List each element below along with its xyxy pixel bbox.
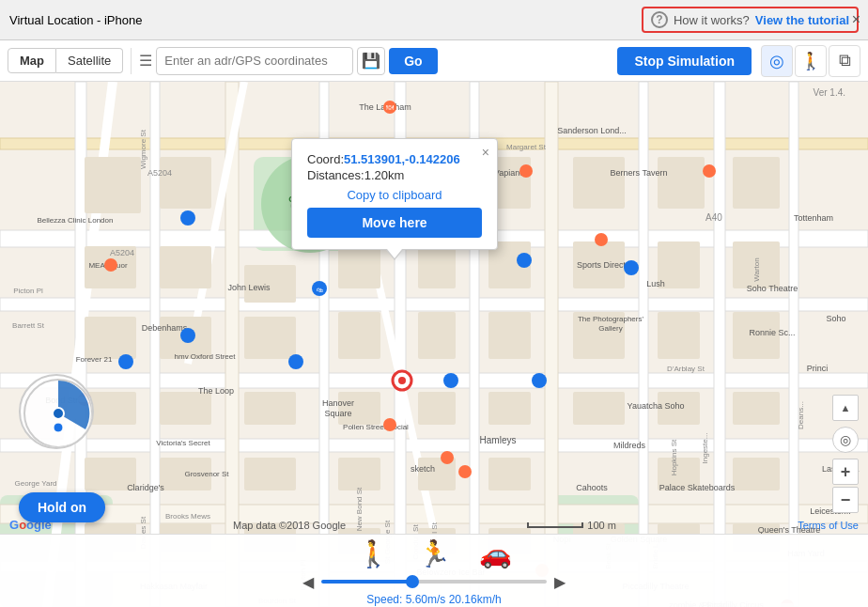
map-controls: ▲ ◎ + − xyxy=(832,395,859,513)
run-mode-icon[interactable]: 🏃 xyxy=(418,538,451,569)
walk-icon-button[interactable]: 🚶 xyxy=(795,45,827,77)
svg-text:🛍: 🛍 xyxy=(317,287,323,293)
coord-label: Coord: xyxy=(307,152,344,166)
svg-text:Barrett St: Barrett St xyxy=(12,321,45,330)
svg-rect-55 xyxy=(488,392,531,425)
svg-point-155 xyxy=(519,164,533,178)
speed-slider[interactable] xyxy=(321,580,547,584)
svg-text:Warton: Warton xyxy=(752,257,761,282)
svg-rect-46 xyxy=(488,312,531,359)
go-button[interactable]: Go xyxy=(389,48,437,74)
zoom-in-button[interactable]: + xyxy=(832,459,859,485)
svg-text:Claridge's: Claridge's xyxy=(127,483,164,492)
svg-text:Sports Direct: Sports Direct xyxy=(577,260,627,270)
svg-text:Palace Skateboards: Palace Skateboards xyxy=(659,483,736,492)
speed-text: Speed: 5.60m/s 20.16km/h xyxy=(366,593,501,606)
svg-point-161 xyxy=(703,164,716,178)
svg-point-157 xyxy=(441,451,454,464)
svg-text:Square: Square xyxy=(324,409,351,418)
svg-rect-48 xyxy=(658,312,700,359)
svg-rect-24 xyxy=(85,157,141,213)
svg-text:🍽: 🍽 xyxy=(386,103,394,112)
coord-input[interactable] xyxy=(156,47,353,75)
popup-close-button[interactable]: × xyxy=(482,145,489,160)
svg-rect-7 xyxy=(0,439,868,452)
svg-rect-18 xyxy=(639,82,648,607)
save-icon-button[interactable]: 💾 xyxy=(357,47,385,75)
svg-point-160 xyxy=(104,258,117,272)
svg-text:Soho: Soho xyxy=(826,314,845,323)
map-container[interactable]: University of Westminster Cavendish Squa… xyxy=(0,82,868,607)
svg-text:Hopkins St: Hopkins St xyxy=(670,439,678,475)
svg-rect-51 xyxy=(160,392,211,425)
gpx-button[interactable]: ▲ xyxy=(832,395,859,421)
svg-rect-64 xyxy=(488,458,531,490)
speed-modes: 🚶 🏃 🚗 xyxy=(357,538,512,569)
svg-text:Ver 1.4.: Ver 1.4. xyxy=(814,87,845,98)
svg-rect-56 xyxy=(573,392,625,425)
svg-text:Ingeste...: Ingeste... xyxy=(701,433,709,464)
svg-text:Princi: Princi xyxy=(807,364,829,373)
satellite-tab[interactable]: Satellite xyxy=(56,48,123,73)
svg-text:George Yard: George Yard xyxy=(14,479,56,488)
svg-point-167 xyxy=(180,328,195,343)
svg-rect-12 xyxy=(150,82,160,607)
list-icon[interactable]: ☰ xyxy=(139,52,152,70)
zoom-out-button[interactable]: − xyxy=(832,487,859,513)
svg-text:Forever 21: Forever 21 xyxy=(76,355,113,364)
svg-text:Wigmore St: Wigmore St xyxy=(139,129,147,169)
popup-coord: Coord:51.513901,-0.142206 xyxy=(307,152,482,166)
location-circle-button[interactable]: ◎ xyxy=(832,427,859,453)
svg-text:Deans...: Deans... xyxy=(797,401,805,429)
svg-rect-17 xyxy=(545,82,558,607)
speed-slider-row: ◀ ▶ xyxy=(302,573,566,591)
speed-bar: 🚶 🏃 🚗 ◀ ▶ Speed: 5.60m/s 20.16km/h xyxy=(0,534,868,607)
copy-to-clipboard-link[interactable]: Copy to clipboard xyxy=(307,188,482,202)
svg-rect-61 xyxy=(244,458,296,490)
svg-text:The Photographers': The Photographers' xyxy=(578,315,643,323)
map-tab[interactable]: Map xyxy=(8,48,56,73)
svg-point-156 xyxy=(383,418,396,431)
svg-rect-43 xyxy=(244,317,296,359)
how-it-works-text: How it works? xyxy=(674,13,750,27)
stop-simulation-button[interactable]: Stop Simulation xyxy=(617,47,752,75)
svg-text:Hamleys: Hamleys xyxy=(480,435,517,445)
speed-increase-button[interactable]: ▶ xyxy=(554,573,566,591)
tutorial-link[interactable]: View the tutorial xyxy=(755,13,849,27)
svg-rect-32 xyxy=(573,157,625,209)
move-here-button[interactable]: Move here xyxy=(307,208,482,238)
speed-decrease-button[interactable]: ◀ xyxy=(302,573,314,591)
drive-mode-icon[interactable]: 🚗 xyxy=(479,538,512,569)
route-icon-button[interactable]: ⧉ xyxy=(829,45,860,77)
svg-text:Grosvenor St: Grosvenor St xyxy=(184,470,229,478)
svg-text:Bellezza Clinic London: Bellezza Clinic London xyxy=(38,216,114,225)
svg-text:Yauatcha Soho: Yauatcha Soho xyxy=(628,401,685,411)
svg-rect-34 xyxy=(733,157,780,209)
svg-text:Gallery: Gallery xyxy=(598,324,622,333)
svg-point-186 xyxy=(54,423,63,432)
svg-text:Mildreds: Mildreds xyxy=(613,441,646,450)
walk-mode-icon[interactable]: 🚶 xyxy=(357,538,390,569)
location-icon-button[interactable]: ◎ xyxy=(761,45,793,77)
svg-text:John Lewis: John Lewis xyxy=(227,283,271,292)
svg-rect-41 xyxy=(85,317,136,359)
compass[interactable] xyxy=(19,374,94,449)
svg-point-169 xyxy=(624,260,639,275)
close-button[interactable]: × xyxy=(852,11,860,28)
svg-rect-66 xyxy=(733,458,780,490)
app-title: Virtual Location - iPhone xyxy=(9,13,142,27)
svg-text:The Loop: The Loop xyxy=(198,386,234,396)
toolbar-divider xyxy=(131,48,132,74)
svg-text:Sanderson Lond...: Sanderson Lond... xyxy=(557,126,627,135)
tutorial-box[interactable]: ? How it works? View the tutorial xyxy=(642,7,859,33)
svg-rect-62 xyxy=(338,458,380,490)
svg-rect-54 xyxy=(418,392,456,425)
svg-text:hmv Oxford Street: hmv Oxford Street xyxy=(175,352,237,361)
svg-text:Soho Theatre: Soho Theatre xyxy=(747,284,798,293)
svg-text:A5204: A5204 xyxy=(110,248,134,257)
hold-on-button[interactable]: Hold on xyxy=(19,492,105,522)
svg-point-168 xyxy=(517,253,532,268)
svg-text:sketch: sketch xyxy=(411,464,435,474)
svg-point-171 xyxy=(532,373,547,388)
toolbar: Map Satellite ☰ 💾 Go Stop Simulation ◎ 🚶… xyxy=(0,40,868,82)
